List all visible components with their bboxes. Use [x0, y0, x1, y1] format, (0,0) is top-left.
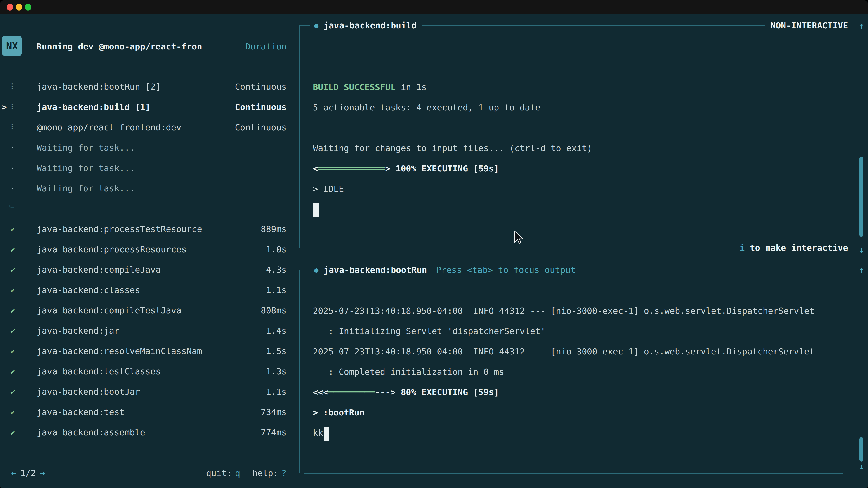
- task-name: java-backend:bootJar: [37, 387, 266, 397]
- prev-page-arrow-icon[interactable]: ←: [11, 468, 16, 478]
- task-status: Continuous: [235, 102, 287, 112]
- task-row[interactable]: ⠇@mono-app/react-frontend:devContinuous: [0, 117, 293, 138]
- pane-border: [299, 25, 310, 26]
- task-duration: 1.4s: [266, 326, 287, 336]
- completed-task-row[interactable]: ✔java-backend:testClasses1.3s: [0, 361, 293, 382]
- terminal-line: 5 actionable tasks: 4 executed, 1 up-to-…: [313, 97, 850, 118]
- pane-bottom-bar: i to make interactive: [299, 240, 852, 255]
- build-terminal-output[interactable]: BUILD SUCCESSFUL in 1s5 actionable tasks…: [313, 36, 850, 219]
- terminal-line: kk: [313, 423, 850, 443]
- pane-bottom-bar: [299, 466, 852, 480]
- terminal-line: : Initializing Servlet 'dispatcherServle…: [313, 321, 850, 341]
- scroll-up-icon[interactable]: ↑: [856, 265, 867, 275]
- terminal-line: 2025-07-23T13:40:18.950-04:00 INFO 44312…: [313, 301, 850, 321]
- completed-task-row[interactable]: ✔java-backend:jar1.4s: [0, 321, 293, 341]
- terminal-line: <<<═════════---> 80% EXECUTING [59s]: [313, 382, 850, 402]
- check-icon: ✔: [10, 341, 26, 361]
- sidebar-header: Running dev @mono-app/react-fron Duratio…: [37, 36, 287, 57]
- terminal-window: NX Running dev @mono-app/react-fron Dura…: [0, 0, 868, 488]
- check-icon: ✔: [10, 422, 26, 443]
- task-row[interactable]: ·Waiting for task...: [0, 178, 293, 199]
- terminal-line: Waiting for changes to input files... (c…: [313, 138, 850, 158]
- task-row[interactable]: ·Waiting for task...: [0, 158, 293, 178]
- minimize-button[interactable]: [16, 4, 22, 11]
- zoom-button[interactable]: [25, 4, 31, 11]
- task-duration: 1.3s: [266, 366, 287, 377]
- task-row[interactable]: ⠇java-backend:bootRun [2]Continuous: [0, 76, 293, 97]
- task-name: java-backend:testClasses: [37, 366, 266, 377]
- completed-task-row[interactable]: ✔java-backend:assemble774ms: [0, 422, 293, 443]
- task-name: java-backend:build [1]: [37, 102, 235, 112]
- task-bullet-icon: ●: [314, 266, 318, 274]
- build-output-pane: ● java-backend:build NON-INTERACTIVE BUI…: [299, 26, 852, 248]
- task-duration: 774ms: [261, 427, 287, 437]
- task-duration: 1.5s: [266, 346, 287, 356]
- task-name: java-backend:bootRun [2]: [37, 82, 235, 92]
- completed-task-row[interactable]: ✔java-backend:processResources1.0s: [0, 239, 293, 260]
- completed-task-row[interactable]: ✔java-backend:compileTestJava808ms: [0, 300, 293, 321]
- pane-border: [299, 270, 310, 270]
- task-name: java-backend:compileTestJava: [37, 305, 261, 315]
- terminal-line: [313, 118, 850, 138]
- check-icon: ✔: [10, 219, 26, 239]
- text-cursor: [324, 427, 329, 441]
- pane-border: [299, 270, 300, 473]
- spinner-icon: ⠇: [10, 97, 26, 117]
- scroll-down-icon[interactable]: ↓: [856, 244, 867, 255]
- interactive-key: i: [740, 243, 745, 253]
- next-page-arrow-icon[interactable]: →: [40, 468, 45, 478]
- task-duration: 4.3s: [266, 265, 287, 275]
- task-status: Continuous: [235, 123, 287, 132]
- focus-output-hint: Press <tab> to focus output: [436, 265, 576, 275]
- task-duration: 1.1s: [266, 285, 287, 295]
- task-name: java-backend:jar: [37, 326, 266, 336]
- close-button[interactable]: [6, 4, 13, 11]
- running-task-list: ⠇java-backend:bootRun [2]Continuous>⠇jav…: [0, 76, 293, 199]
- check-icon: ✔: [10, 280, 26, 300]
- check-icon: ✔: [10, 321, 26, 341]
- task-name: Waiting for task...: [37, 143, 287, 153]
- completed-task-row[interactable]: ✔java-backend:bootJar1.1s: [0, 382, 293, 402]
- completed-task-row[interactable]: ✔java-backend:compileJava4.3s: [0, 260, 293, 280]
- scroll-up-icon[interactable]: ↑: [856, 20, 867, 31]
- help-key: ?: [281, 468, 287, 478]
- task-row[interactable]: >⠇java-backend:build [1]Continuous: [0, 97, 293, 117]
- task-name: java-backend:processResources: [37, 245, 266, 254]
- pane-title: java-backend:bootRun: [323, 265, 427, 275]
- make-interactive-hint: i to make interactive: [740, 243, 848, 253]
- completed-task-row[interactable]: ✔java-backend:test734ms: [0, 402, 293, 422]
- pane-border: [304, 473, 843, 474]
- bootrun-output-pane: ● java-backend:bootRun Press <tab> to fo…: [299, 270, 852, 473]
- task-duration: 734ms: [261, 407, 287, 417]
- sidebar-footer: ← 1/2 → quit: q help: ?: [11, 463, 287, 483]
- completed-task-list: ✔java-backend:processTestResource889ms✔j…: [0, 219, 293, 443]
- pane-title: java-backend:build: [323, 21, 416, 31]
- bullet-icon: ·: [10, 158, 26, 178]
- completed-task-row[interactable]: ✔java-backend:processTestResource889ms: [0, 219, 293, 239]
- bootrun-terminal-output[interactable]: 2025-07-23T13:40:18.950-04:00 INFO 44312…: [313, 281, 850, 443]
- terminal-line: [313, 281, 850, 301]
- terminal-line: > :bootRun: [313, 402, 850, 423]
- completed-task-row[interactable]: ✔java-backend:classes1.1s: [0, 280, 293, 300]
- check-icon: ✔: [10, 239, 26, 260]
- bullet-icon: ·: [10, 178, 26, 199]
- scrollbar-thumb[interactable]: [860, 437, 863, 462]
- task-name: Waiting for task...: [37, 184, 287, 193]
- pane-border: [581, 270, 843, 270]
- pane-border: [304, 248, 734, 248]
- scroll-down-icon[interactable]: ↓: [856, 461, 867, 471]
- task-duration: 1.1s: [266, 387, 287, 397]
- check-icon: ✔: [10, 300, 26, 321]
- task-status: Continuous: [235, 82, 287, 92]
- mouse-cursor: [514, 231, 524, 246]
- task-name: java-backend:assemble: [37, 427, 261, 437]
- task-duration: 1.0s: [266, 245, 287, 254]
- completed-task-row[interactable]: ✔java-backend:resolveMainClassNam1.5s: [0, 341, 293, 361]
- scrollbar-thumb[interactable]: [860, 157, 863, 237]
- task-name: java-backend:compileJava: [37, 265, 266, 275]
- terminal-line: : Completed initialization in 0 ms: [313, 362, 850, 382]
- quit-key: q: [235, 468, 240, 478]
- task-row[interactable]: ·Waiting for task...: [0, 138, 293, 158]
- task-name: @mono-app/react-frontend:dev: [37, 123, 235, 132]
- check-icon: ✔: [10, 382, 26, 402]
